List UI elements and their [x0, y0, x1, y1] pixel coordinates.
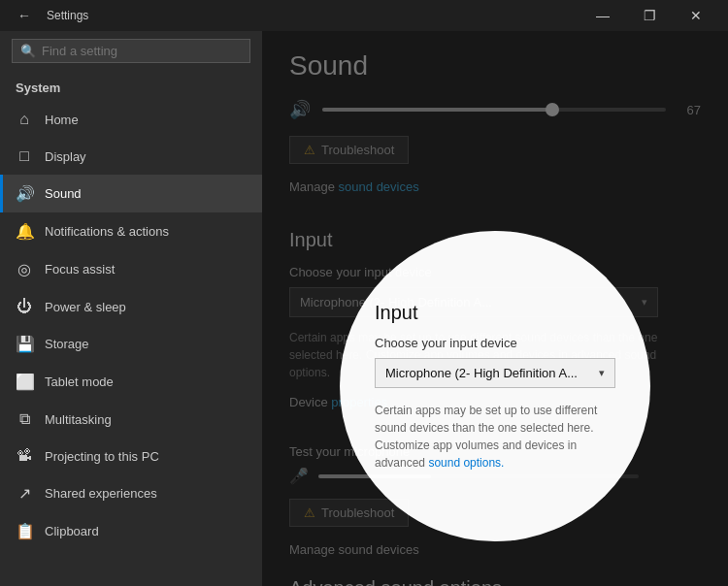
troubleshoot-button-2[interactable]: ⚠ Troubleshoot	[289, 499, 409, 527]
sidebar-item-label: Notifications & actions	[45, 224, 169, 239]
projecting-icon: 📽	[16, 447, 33, 465]
sidebar-item-multitasking[interactable]: ⧉ Multitasking	[0, 401, 262, 438]
warning-icon-2: ⚠	[304, 505, 315, 520]
volume-slider[interactable]	[322, 108, 666, 112]
shared-icon: ↗	[16, 484, 33, 503]
clipboard-icon: 📋	[16, 522, 33, 540]
volume-fill	[322, 108, 552, 112]
microphone-icon: 🎤	[289, 467, 309, 485]
close-button[interactable]: ✕	[674, 0, 718, 31]
volume-thumb	[546, 103, 559, 116]
manage-prefix: Manage	[289, 179, 339, 194]
input-device-dropdown[interactable]: Microphone (2- High Definition A... ▾	[289, 287, 658, 317]
sidebar-item-label: Shared experiences	[45, 486, 157, 501]
storage-icon: 💾	[16, 335, 33, 353]
device-properties-row: Device properties	[289, 393, 701, 429]
sidebar-item-focus[interactable]: ◎ Focus assist	[0, 250, 262, 288]
page-title: Sound	[289, 50, 701, 81]
volume-row: 🔊 67	[289, 99, 701, 120]
manage-sound-row: Manage sound devices	[289, 178, 701, 213]
titlebar-title: Settings	[47, 9, 88, 22]
sidebar-section-label: System	[0, 75, 262, 101]
sidebar-item-label: Home	[45, 113, 79, 127]
notification-icon: 🔔	[16, 222, 33, 241]
sidebar-item-sound[interactable]: 🔊 Sound	[0, 175, 262, 212]
sidebar-item-tablet[interactable]: ⬜ Tablet mode	[0, 363, 262, 401]
sidebar-item-label: Focus assist	[45, 262, 115, 277]
sidebar-item-label: Sound	[45, 186, 82, 201]
sidebar-item-projecting[interactable]: 📽 Projecting to this PC	[0, 438, 262, 474]
test-mic-label: Test your microphone	[289, 444, 701, 459]
warning-icon: ⚠	[304, 143, 315, 157]
device-properties-link[interactable]: properties	[331, 395, 387, 409]
volume-icon: 🔊	[289, 99, 311, 120]
device-prefix: Device	[289, 395, 331, 409]
mic-meter	[318, 474, 639, 478]
back-button[interactable]: ←	[10, 4, 39, 27]
sidebar-item-label: Storage	[45, 337, 89, 351]
mic-fill	[318, 474, 431, 478]
troubleshoot-label-2: Troubleshoot	[321, 505, 394, 520]
search-box[interactable]: 🔍	[12, 39, 250, 63]
manage-sound-link[interactable]: sound devices	[339, 179, 419, 194]
main-content: Sound 🔊 67 ⚠ Troubleshoot Manage sound d…	[262, 31, 728, 586]
sidebar-item-label: Multitasking	[45, 412, 112, 427]
troubleshoot-button[interactable]: ⚠ Troubleshoot	[289, 136, 409, 164]
sidebar-item-label: Power & sleep	[45, 300, 126, 314]
tablet-icon: ⬜	[16, 373, 33, 391]
sound-icon: 🔊	[16, 184, 33, 203]
input-section-title: Input	[289, 229, 701, 251]
input-info-text: Certain apps may be set up to use differ…	[289, 329, 678, 381]
search-input[interactable]	[42, 44, 242, 58]
sidebar-item-storage[interactable]: 💾 Storage	[0, 325, 262, 363]
minimize-button[interactable]: —	[580, 0, 625, 31]
restore-button[interactable]: ❐	[627, 0, 672, 31]
sidebar-item-label: Clipboard	[45, 524, 99, 538]
sidebar-item-clipboard[interactable]: 📋 Clipboard	[0, 512, 262, 550]
sidebar-item-power[interactable]: ⏻ Power & sleep	[0, 288, 262, 325]
advanced-section-title: Advanced sound options	[289, 577, 701, 586]
volume-value: 67	[678, 103, 701, 117]
sidebar-item-display[interactable]: □ Display	[0, 138, 262, 175]
sidebar-item-label: Display	[45, 149, 86, 164]
sidebar-item-notifications[interactable]: 🔔 Notifications & actions	[0, 212, 262, 250]
sidebar-item-home[interactable]: ⌂ Home	[0, 101, 262, 138]
home-icon: ⌂	[16, 111, 33, 128]
manage-2-label: Manage sound devices	[289, 542, 419, 557]
titlebar: ← Settings — ❐ ✕	[0, 0, 728, 31]
power-icon: ⏻	[16, 298, 33, 315]
titlebar-controls: — ❐ ✕	[580, 0, 718, 31]
chevron-down-icon: ▾	[642, 296, 647, 309]
titlebar-left: ← Settings	[10, 4, 88, 27]
manage-sound-2-row: Manage sound devices	[289, 540, 701, 558]
multitasking-icon: ⧉	[16, 410, 33, 428]
sidebar: 🔍 System ⌂ Home □ Display 🔊 Sound 🔔 Noti…	[0, 31, 262, 586]
dropdown-value: Microphone (2- High Definition A...	[300, 295, 492, 309]
mic-row: 🎤	[289, 467, 701, 485]
sidebar-item-label: Projecting to this PC	[45, 449, 159, 464]
focus-icon: ◎	[16, 260, 33, 278]
search-icon: 🔍	[20, 44, 36, 58]
sidebar-item-label: Tablet mode	[45, 374, 114, 389]
choose-input-label: Choose your input device	[289, 265, 701, 279]
sidebar-item-shared[interactable]: ↗ Shared experiences	[0, 474, 262, 512]
troubleshoot-label: Troubleshoot	[321, 143, 394, 157]
display-icon: □	[16, 147, 33, 165]
app-body: 🔍 System ⌂ Home □ Display 🔊 Sound 🔔 Noti…	[0, 31, 728, 586]
